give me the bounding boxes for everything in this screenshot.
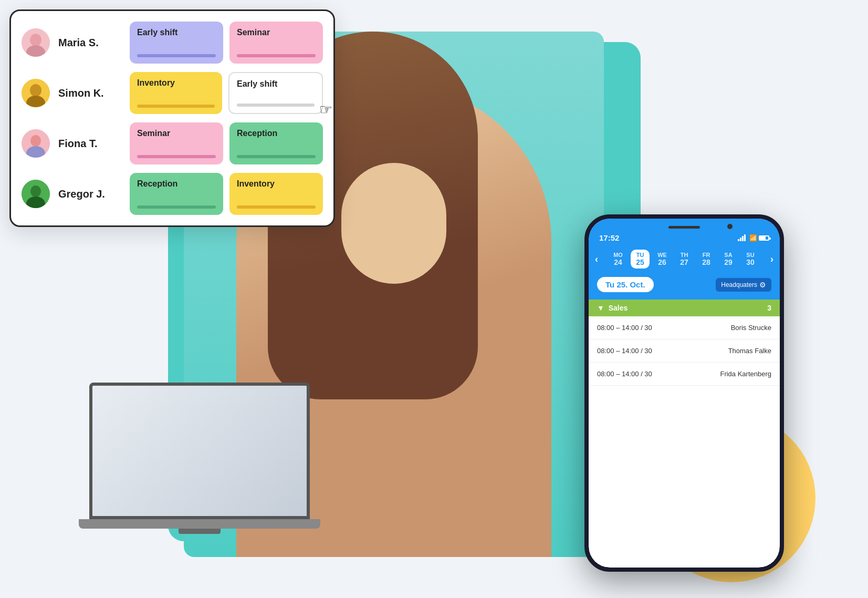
shift-card-title: Early shift xyxy=(137,28,216,37)
day-name-sa: SA xyxy=(724,252,732,258)
phone-screen: 17:52 📶 ‹ MO 24 xyxy=(589,219,780,568)
day-num-sa: 29 xyxy=(724,258,733,266)
schedule-row-gregor: Gregor J. Reception Inventory xyxy=(22,173,323,215)
svg-point-4 xyxy=(30,84,41,97)
signal-icons: 📶 xyxy=(738,234,769,242)
day-items: MO 24 TU 25 WE 26 TH 27 FR 28 xyxy=(609,250,760,269)
phone-camera xyxy=(727,224,733,229)
svg-point-1 xyxy=(30,34,41,46)
shift-card-title: Inventory xyxy=(137,78,215,88)
laptop-base xyxy=(79,519,320,529)
laptop-screen-inner xyxy=(92,386,307,516)
day-name-fr: FR xyxy=(703,252,710,258)
schedule-row-fiona: Fiona T. Seminar Reception xyxy=(22,122,323,164)
day-num-th: 27 xyxy=(680,258,688,266)
employee-name-simon: Simon K. xyxy=(58,87,121,99)
shift-card-inventory-simon[interactable]: Inventory xyxy=(130,72,222,114)
location-label: Headquaters xyxy=(721,281,757,288)
day-name-su: SU xyxy=(746,252,754,258)
shift-cards-fiona: Seminar Reception xyxy=(130,122,323,164)
avatar-gregor xyxy=(22,180,50,208)
shift-card-title: Early shift xyxy=(237,79,315,89)
shift-card-bar xyxy=(137,155,216,158)
shift-entry-2[interactable]: 08:00 – 14:00 / 30 Frida Kartenberg xyxy=(589,363,780,386)
gear-icon[interactable]: ⚙ xyxy=(759,281,766,289)
shift-card-early-shift-maria[interactable]: Early shift xyxy=(130,22,223,64)
battery-fill xyxy=(760,236,766,240)
day-num-fr: 28 xyxy=(702,258,710,266)
shift-cards-maria: Early shift Seminar xyxy=(130,22,323,64)
shift-person-2: Frida Kartenberg xyxy=(720,370,771,378)
shift-card-title: Seminar xyxy=(137,129,216,138)
battery-icon xyxy=(759,235,769,241)
shift-card-bar xyxy=(237,104,315,107)
day-num-mo: 24 xyxy=(614,258,622,266)
day-item-su[interactable]: SU 30 xyxy=(741,250,760,269)
section-label: Sales xyxy=(609,304,628,312)
shift-card-reception-fiona[interactable]: Reception xyxy=(229,122,323,164)
day-item-fr[interactable]: FR 28 xyxy=(697,250,716,269)
phone-mockup: 17:52 📶 ‹ MO 24 xyxy=(584,214,784,572)
section-header-label: ▼ Sales xyxy=(597,304,628,312)
shift-card-bar xyxy=(137,105,215,108)
nav-arrow-left[interactable]: ‹ xyxy=(595,254,598,265)
day-name-mo: MO xyxy=(613,252,623,258)
shift-person-1: Thomas Falke xyxy=(728,347,771,355)
shift-card-title: Reception xyxy=(137,179,216,189)
shift-time-2: 08:00 – 14:00 / 30 xyxy=(597,370,652,378)
schedule-row-simon: Simon K. Inventory Early shift ☞ xyxy=(22,72,323,114)
shift-card-inventory-gregor[interactable]: Inventory xyxy=(229,173,323,215)
shift-card-title: Seminar xyxy=(237,28,316,37)
day-item-th[interactable]: TH 27 xyxy=(675,250,694,269)
shift-card-seminar-maria[interactable]: Seminar xyxy=(229,22,323,64)
shift-card-seminar-fiona[interactable]: Seminar xyxy=(130,122,223,164)
avatar-maria xyxy=(22,28,50,57)
day-name-tu: TU xyxy=(636,252,644,258)
phone-content: 08:00 – 14:00 / 30 Boris Strucke 08:00 –… xyxy=(589,316,780,386)
day-name-we: WE xyxy=(657,252,667,258)
phone-date-bar: Tu 25. Oct. Headquaters ⚙ xyxy=(589,273,780,300)
day-name-th: TH xyxy=(681,252,688,258)
schedule-row-maria: Maria S. Early shift Seminar xyxy=(22,22,323,64)
day-item-tu[interactable]: TU 25 xyxy=(631,250,650,269)
section-count: 3 xyxy=(767,304,771,312)
shift-person-0: Boris Strucke xyxy=(731,324,771,332)
avatar-simon xyxy=(22,79,50,107)
day-num-we: 26 xyxy=(658,258,666,266)
svg-point-10 xyxy=(30,185,41,197)
nav-arrow-right[interactable]: › xyxy=(770,254,773,265)
cursor-icon: ☞ xyxy=(319,101,332,118)
day-item-mo[interactable]: MO 24 xyxy=(609,250,628,269)
day-item-sa[interactable]: SA 29 xyxy=(719,250,738,269)
shift-entry-0[interactable]: 08:00 – 14:00 / 30 Boris Strucke xyxy=(589,316,780,339)
shift-card-bar xyxy=(237,205,316,209)
employee-name-gregor: Gregor J. xyxy=(58,188,121,200)
shift-card-early-shift-simon[interactable]: Early shift ☞ xyxy=(228,72,323,114)
laptop-stand xyxy=(179,529,221,534)
shift-time-0: 08:00 – 14:00 / 30 xyxy=(597,324,652,332)
employee-name-fiona: Fiona T. xyxy=(58,138,121,150)
shift-card-reception-gregor[interactable]: Reception xyxy=(130,173,223,215)
shift-time-1: 08:00 – 14:00 / 30 xyxy=(597,347,652,355)
shift-card-bar xyxy=(137,205,216,209)
shift-card-bar xyxy=(137,54,216,57)
shift-cards-simon: Inventory Early shift ☞ xyxy=(130,72,323,114)
day-num-su: 30 xyxy=(746,258,755,266)
shift-card-bar xyxy=(237,54,316,57)
shift-card-title: Inventory xyxy=(237,179,316,189)
phone-status-bar: 17:52 📶 xyxy=(589,219,780,245)
laptop xyxy=(68,383,331,582)
svg-point-7 xyxy=(30,135,41,147)
phone-nav-bar: ‹ MO 24 TU 25 WE 26 TH 27 xyxy=(589,245,780,273)
location-badge[interactable]: Headquaters ⚙ xyxy=(716,278,771,292)
laptop-screen xyxy=(89,383,310,519)
shift-cards-gregor: Reception Inventory xyxy=(130,173,323,215)
section-header-sales: ▼ Sales 3 xyxy=(589,300,780,316)
shift-card-bar xyxy=(237,155,316,158)
tablet-schedule-card: Maria S. Early shift Seminar Simon K. In… xyxy=(9,9,335,227)
section-arrow[interactable]: ▼ xyxy=(597,304,604,312)
day-num-tu: 25 xyxy=(636,258,644,266)
signal-bars xyxy=(738,234,746,241)
day-item-we[interactable]: WE 26 xyxy=(653,250,672,269)
shift-entry-1[interactable]: 08:00 – 14:00 / 30 Thomas Falke xyxy=(589,339,780,363)
